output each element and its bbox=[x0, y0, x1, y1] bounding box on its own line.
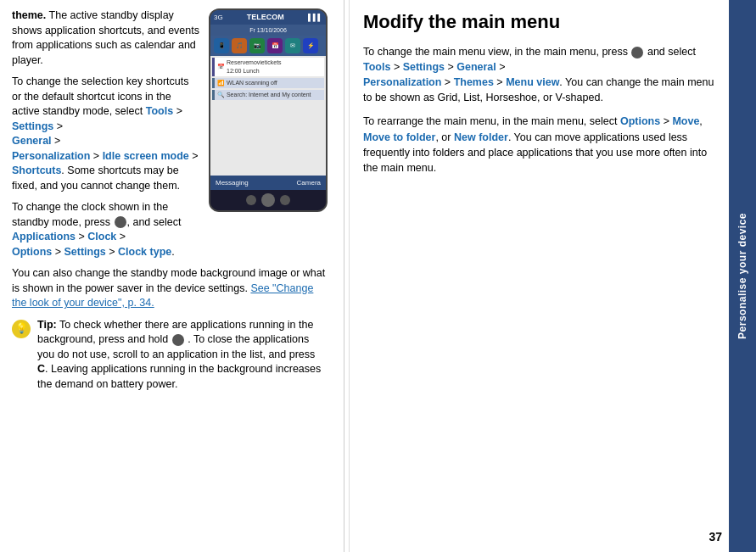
phone-signal: 3G bbox=[214, 13, 223, 22]
tip-box: Tip: To check whether there are applicat… bbox=[12, 318, 328, 399]
right-panel: Modify the main menu To change the main … bbox=[349, 0, 729, 552]
page-number: 37 bbox=[708, 530, 722, 544]
r-options-link: Options bbox=[620, 115, 660, 127]
phone-icon-3: 📷 bbox=[249, 38, 265, 53]
r-move-link: Move bbox=[672, 115, 699, 127]
left-panel: 3G TELECOM ▌▌▌ Fr 13/10/2006 📱 🎵 📷 📅 ✉ ⚡ bbox=[0, 0, 339, 552]
general-link-1: General bbox=[12, 135, 52, 147]
applications-link: Applications bbox=[12, 231, 76, 243]
nav-btn-right bbox=[280, 195, 290, 205]
left-intro-text: theme. The active standby display shows … bbox=[12, 9, 199, 66]
change-look-link[interactable]: See "Change the look of your device", p.… bbox=[12, 282, 313, 309]
phone-signal-bars: ▌▌▌ bbox=[308, 13, 322, 22]
right-para2: To rearrange the main menu, in the main … bbox=[363, 114, 715, 176]
r-horseshoe: Horseshoe bbox=[486, 92, 537, 103]
panel-divider bbox=[344, 0, 344, 552]
phone-carrier: TELECOM bbox=[247, 12, 284, 23]
side-tab-label: Personalise your device bbox=[736, 213, 748, 339]
phone-status-bar: 3G TELECOM ▌▌▌ bbox=[210, 10, 326, 25]
options-link: Options bbox=[12, 246, 52, 258]
phone-image: 3G TELECOM ▌▌▌ Fr 13/10/2006 📱 🎵 📷 📅 ✉ ⚡ bbox=[209, 8, 328, 212]
phone-icon-bt: ⚡ bbox=[303, 38, 318, 53]
phone-event-3: 🔍 Search: Internet and My content bbox=[212, 90, 324, 100]
personalization-link-1: Personalization bbox=[12, 150, 90, 162]
phone-icon-5: ✉ bbox=[285, 38, 300, 53]
r-general-link: General bbox=[456, 61, 496, 73]
r-settings-link: Settings bbox=[403, 61, 445, 73]
phone-camera: Camera bbox=[297, 178, 321, 187]
phone-icon-4: 📅 bbox=[267, 38, 283, 53]
menu-icon-1 bbox=[115, 216, 126, 228]
tip-label: Tip: bbox=[37, 319, 57, 331]
clock-type-link: Clock type bbox=[118, 246, 171, 258]
right-para1: To change the main menu view, in the mai… bbox=[363, 44, 715, 106]
nav-btn-left bbox=[246, 195, 256, 205]
phone-date: Fr 13/10/2006 bbox=[249, 26, 287, 35]
r-personalization-link: Personalization bbox=[363, 76, 441, 88]
r-themes-link: Themes bbox=[454, 76, 494, 88]
r-new-folder-link: New folder bbox=[454, 131, 508, 143]
tip-text: Tip: To check whether there are applicat… bbox=[37, 318, 328, 393]
nav-btn-center bbox=[261, 193, 275, 207]
settings-link-1: Settings bbox=[12, 120, 53, 132]
tip-icon bbox=[12, 320, 31, 338]
phone-screen: 3G TELECOM ▌▌▌ Fr 13/10/2006 📱 🎵 📷 📅 ✉ ⚡ bbox=[210, 10, 326, 190]
phone-date-bar: Fr 13/10/2006 bbox=[210, 25, 326, 36]
side-tab: Personalise your device bbox=[729, 0, 756, 552]
phone-image-container: 3G TELECOM ▌▌▌ Fr 13/10/2006 📱 🎵 📷 📅 ✉ ⚡ bbox=[209, 8, 328, 212]
r-list: List bbox=[463, 92, 479, 103]
r-vshaped: V-shaped bbox=[556, 92, 601, 103]
select-tools-label: select bbox=[115, 105, 146, 117]
phone-bottom-bar: Messaging Camera bbox=[210, 176, 326, 190]
settings-link-2: Settings bbox=[64, 246, 105, 258]
phone-messaging: Messaging bbox=[216, 178, 249, 187]
phone-event-1: 📅 Reservemovietickets 12:00 Lunch bbox=[212, 58, 324, 76]
shortcuts-link: Shortcuts bbox=[12, 164, 61, 176]
phone-icon-2: 🎵 bbox=[232, 38, 247, 53]
phone-icon-1: 📱 bbox=[214, 38, 229, 53]
phone-events: 📅 Reservemovietickets 12:00 Lunch 📶 WLAN… bbox=[210, 56, 326, 175]
phone-icons-row: 📱 🎵 📷 📅 ✉ ⚡ bbox=[210, 36, 326, 56]
c-key: C bbox=[37, 363, 45, 375]
r-menuview-link: Menu view bbox=[506, 76, 559, 88]
right-title: Modify the main menu bbox=[363, 8, 715, 36]
phone-event-2: 📶 WLAN scanning off bbox=[212, 78, 324, 88]
phone-event-1-text: Reservemovietickets 12:00 Lunch bbox=[227, 59, 282, 75]
r-grid: Grid bbox=[438, 92, 458, 103]
menu-icon-3 bbox=[631, 47, 643, 59]
left-para3: You can also change the standby mode bac… bbox=[12, 266, 328, 311]
r-move-to-folder-link: Move to folder bbox=[363, 131, 435, 143]
phone-nav-buttons bbox=[210, 190, 326, 210]
idle-link: Idle screen mode bbox=[103, 150, 189, 162]
menu-icon-2 bbox=[172, 334, 184, 346]
clock-link: Clock bbox=[87, 231, 116, 243]
r-tools-link: Tools bbox=[363, 61, 390, 73]
tools-link: Tools bbox=[146, 105, 173, 117]
